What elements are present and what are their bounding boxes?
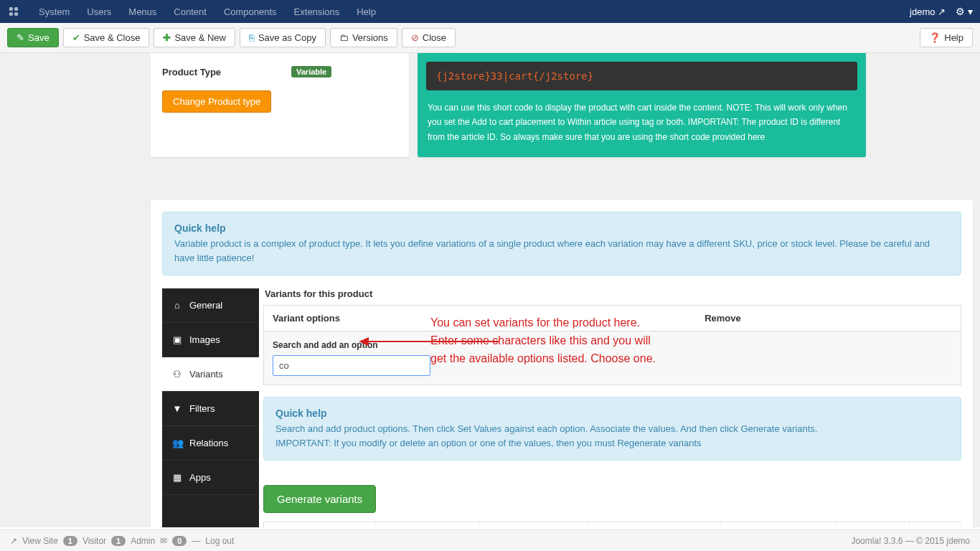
col-variant-price: Variant Price (480, 522, 588, 527)
plus-icon: ✚ (163, 32, 171, 43)
menu-menus[interactable]: Menus (120, 6, 165, 17)
view-site-link[interactable]: View Site (22, 536, 58, 546)
shortcode-description: You can use this short code to display t… (418, 90, 866, 157)
versions-button[interactable]: 🗀Versions (330, 28, 397, 47)
quick-help-text: Variable product is a complex of product… (174, 237, 949, 265)
quick-help-title-2: Quick help (275, 408, 949, 419)
change-product-type-button[interactable]: Change Product type (162, 90, 271, 113)
home-icon: ⌂ (172, 300, 182, 311)
quick-help-box-2: Quick help Search and add product option… (263, 397, 961, 461)
tab-relations[interactable]: 👥Relations (162, 426, 259, 461)
joomla-logo-icon[interactable] (7, 5, 20, 18)
admin-count: 1 (111, 536, 126, 546)
question-icon: ❓ (929, 32, 941, 43)
variants-panel: Variants for this product Variant option… (259, 288, 961, 527)
action-toolbar: ✎Save ✔Save & Close ✚Save & New ⎘Save as… (0, 23, 980, 53)
side-tabs: ⌂General ▣Images ⚇Variants ▼Filters 👥Rel… (162, 288, 259, 527)
col-enable-shipping: Enable Shipping (588, 522, 721, 527)
svg-point-1 (14, 7, 18, 11)
shortcode-panel: {j2store}33|cart{/j2store} You can use t… (418, 53, 866, 157)
copyright-text: — © 2015 jdemo (905, 536, 970, 546)
search-option-label: Search and add an option (273, 340, 952, 350)
svg-point-3 (14, 12, 18, 16)
col-default: Default (837, 522, 910, 527)
status-bar: ↗ View Site 1 Visitor 1 Admin ✉ 0 — Log … (0, 529, 980, 551)
menu-users[interactable]: Users (78, 6, 120, 17)
admin-link[interactable]: Admin (131, 536, 155, 546)
menu-extensions[interactable]: Extensions (286, 6, 349, 17)
top-navbar: System Users Menus Content Components Ex… (0, 0, 980, 23)
save-close-button[interactable]: ✔Save & Close (63, 28, 150, 47)
logout-link[interactable]: Log out (205, 536, 234, 546)
gear-icon[interactable]: ⚙ ▾ (956, 6, 973, 17)
tab-general[interactable]: ⌂General (162, 288, 259, 323)
check-icon: ✎ (17, 32, 24, 43)
check-icon: ✔ (72, 32, 80, 43)
content-area: Product Type Variable Change Product typ… (0, 53, 980, 527)
menu-system[interactable]: System (30, 6, 78, 17)
product-type-panel: Product Type Variable Change Product typ… (151, 53, 409, 157)
quick-help-box: Quick help Variable product is a complex… (162, 212, 961, 276)
close-button[interactable]: ⊘Close (402, 28, 456, 47)
archive-icon: 🗀 (339, 32, 349, 43)
variants-list-table: Variant Name Variant SKU Variant Price E… (263, 522, 961, 527)
col-remove: Remove (696, 306, 961, 331)
svg-point-0 (9, 7, 13, 11)
dash-text: — (192, 536, 200, 546)
menu-components[interactable]: Components (215, 6, 286, 17)
filter-icon: ▼ (172, 403, 182, 414)
help-button[interactable]: ❓Help (920, 28, 973, 47)
col-variant-options: Variant options (264, 306, 697, 331)
grid-icon: ▦ (172, 472, 182, 483)
generate-variants-button[interactable]: Generate variants (263, 485, 376, 513)
variants-title: Variants for this product (263, 288, 961, 299)
col-variant-sku: Variant SKU (376, 522, 480, 527)
col-edit: Edit (909, 522, 961, 527)
mail-icon: ✉ (160, 536, 167, 546)
sitemap-icon: ⚇ (172, 369, 182, 380)
shortcode-code[interactable]: {j2store}33|cart{/j2store} (426, 62, 857, 90)
quick-help-text-2: Search and add product options. Then cli… (275, 422, 949, 450)
tab-apps[interactable]: ▦Apps (162, 461, 259, 495)
top-menu: System Users Menus Content Components Ex… (30, 6, 385, 17)
tab-filters[interactable]: ▼Filters (162, 392, 259, 426)
version-text: Joomla! 3.3.6 (851, 536, 905, 546)
product-config-panel: Quick help Variable product is a complex… (151, 200, 973, 527)
image-icon: ▣ (172, 334, 182, 345)
visitor-link[interactable]: Visitor (83, 536, 106, 546)
product-type-badge: Variable (291, 66, 331, 77)
variant-options-table: Variant options Remove Search and add an… (263, 305, 961, 385)
product-type-label: Product Type (162, 67, 291, 77)
quick-help-title: Quick help (174, 222, 949, 234)
message-count: 0 (172, 536, 187, 546)
menu-help[interactable]: Help (348, 6, 385, 17)
cancel-icon: ⊘ (411, 32, 419, 43)
search-option-input[interactable] (273, 355, 430, 376)
save-new-button[interactable]: ✚Save & New (154, 28, 235, 47)
copy-icon: ⎘ (249, 32, 255, 43)
external-link-icon: ↗ (10, 536, 17, 546)
tab-variants[interactable]: ⚇Variants (162, 357, 259, 392)
svg-point-2 (9, 12, 13, 16)
users-icon: 👥 (172, 438, 182, 448)
col-current-stock: Current Stock (721, 522, 837, 527)
col-variant-name: Variant Name (264, 522, 376, 527)
save-button[interactable]: ✎Save (7, 28, 59, 47)
user-menu[interactable]: jdemo ↗ (910, 6, 946, 17)
visitor-count: 1 (63, 536, 77, 546)
tab-images[interactable]: ▣Images (162, 323, 259, 357)
save-copy-button[interactable]: ⎘Save as Copy (240, 28, 326, 47)
external-link-icon: ↗ (938, 6, 946, 17)
menu-content[interactable]: Content (165, 6, 215, 17)
